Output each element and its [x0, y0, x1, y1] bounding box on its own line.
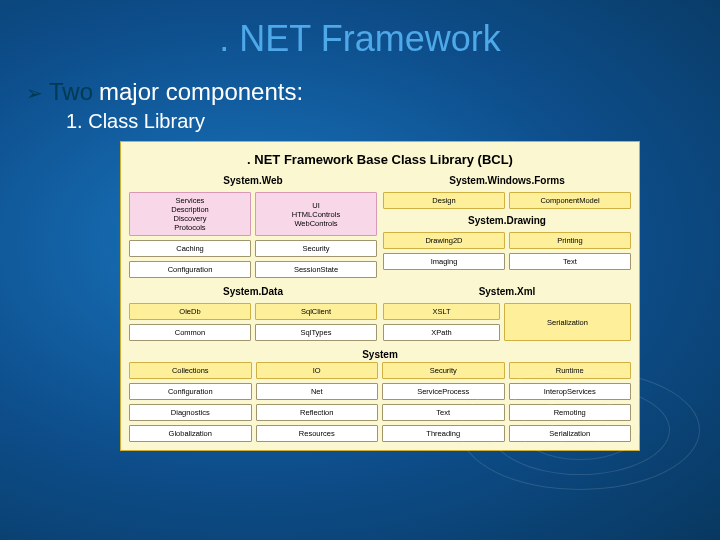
- box-drawing-imaging: Imaging: [383, 253, 505, 270]
- box-data-oledb: OleDb: [129, 303, 251, 320]
- box-web-sessionstate: SessionState: [255, 261, 377, 278]
- section-drawing-title: System.Drawing: [383, 213, 631, 228]
- box-sys-serialization: Serialization: [509, 425, 632, 442]
- box-sys-resources: Resources: [256, 425, 379, 442]
- box-xml-serialization: Serialization: [504, 303, 631, 341]
- box-drawing-text: Text: [509, 253, 631, 270]
- box-xml-xslt: XSLT: [383, 303, 500, 320]
- box-data-sqlclient: SqlClient: [255, 303, 377, 320]
- section-system-title: System: [129, 347, 631, 362]
- sub-bullet: 1. Class Library: [66, 110, 720, 133]
- box-sys-serviceprocess: ServiceProcess: [382, 383, 505, 400]
- section-xml-title: System.Xml: [383, 284, 631, 299]
- box-sys-globalization: Globalization: [129, 425, 252, 442]
- box-sys-threading: Threading: [382, 425, 505, 442]
- box-web-caching: Caching: [129, 240, 251, 257]
- box-sys-security: Security: [382, 362, 505, 379]
- bullet-arrow-icon: ➢: [26, 81, 43, 105]
- diagram-title: . NET Framework Base Class Library (BCL): [129, 148, 631, 173]
- slide-title: . NET Framework: [0, 0, 720, 60]
- section-web-title: System.Web: [129, 173, 377, 188]
- section-data-title: System.Data: [129, 284, 377, 299]
- box-web-services: Services Description Discovery Protocols: [129, 192, 251, 236]
- box-web-ui: UI HTMLControls WebControls: [255, 192, 377, 236]
- box-forms-design: Design: [383, 192, 505, 209]
- box-sys-net: Net: [256, 383, 379, 400]
- box-sys-text: Text: [382, 404, 505, 421]
- box-data-sqltypes: SqlTypes: [255, 324, 377, 341]
- box-sys-remoting: Remoting: [509, 404, 632, 421]
- box-drawing-2d: Drawing2D: [383, 232, 505, 249]
- box-xml-xpath: XPath: [383, 324, 500, 341]
- box-sys-diagnostics: Diagnostics: [129, 404, 252, 421]
- box-forms-componentmodel: ComponentModel: [509, 192, 631, 209]
- box-sys-configuration: Configuration: [129, 383, 252, 400]
- box-sys-interopservices: InteropServices: [509, 383, 632, 400]
- bullet-lead: Two: [49, 78, 93, 106]
- box-sys-io: IO: [256, 362, 379, 379]
- box-data-common: Common: [129, 324, 251, 341]
- box-sys-reflection: Reflection: [256, 404, 379, 421]
- box-drawing-printing: Printing: [509, 232, 631, 249]
- bullet-rest: major components:: [99, 78, 303, 106]
- bullet-main: ➢ Two major components:: [26, 78, 720, 106]
- box-sys-runtime: Runtime: [509, 362, 632, 379]
- section-forms-title: System.Windows.Forms: [383, 173, 631, 188]
- box-web-configuration: Configuration: [129, 261, 251, 278]
- bcl-diagram: . NET Framework Base Class Library (BCL)…: [120, 141, 640, 451]
- box-web-security: Security: [255, 240, 377, 257]
- box-sys-collections: Collections: [129, 362, 252, 379]
